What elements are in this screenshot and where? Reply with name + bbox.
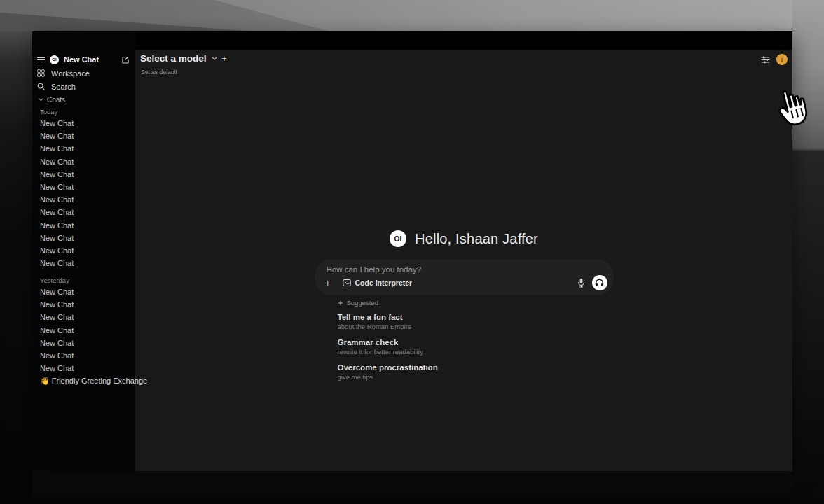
chat-list-item[interactable]: New Chat [32, 244, 135, 257]
chat-list-item[interactable]: New Chat [32, 206, 135, 218]
suggestions-header: Suggested [338, 299, 614, 307]
model-selector-label: Select a model [140, 53, 207, 64]
greeting-text: Hello, Ishaan Jaffer [415, 231, 538, 247]
sidebar: OI New Chat Workspace [32, 31, 135, 471]
suggestion-title: Grammar check [338, 338, 614, 346]
chat-list-item[interactable]: New Chat [32, 181, 135, 193]
chat-group-label-yesterday: Yesterday [40, 276, 69, 284]
chat-list-item[interactable]: New Chat [32, 257, 135, 270]
chat-list-item[interactable]: New Chat [32, 286, 135, 298]
message-composer: How can I help you today? + Code Interpr… [315, 259, 614, 295]
model-selector[interactable]: Select a model + [140, 53, 227, 64]
search-label: Search [51, 83, 76, 91]
suggestion-title: Overcome procrastination [338, 363, 614, 372]
window-title: New Chat [64, 55, 117, 64]
chat-list-item[interactable]: New Chat [32, 168, 135, 181]
chat-list-item[interactable]: New Chat [32, 362, 135, 374]
menu-icon[interactable] [37, 57, 45, 63]
chat-list-item[interactable]: New Chat [32, 117, 135, 130]
sparkle-icon [338, 300, 343, 306]
settings-sliders-icon[interactable] [761, 55, 770, 64]
chat-list-today: New ChatNew ChatNew ChatNew ChatNew Chat… [32, 117, 135, 270]
suggestions: Suggested Tell me a fun fact about the R… [315, 299, 614, 388]
workspace-icon [37, 69, 45, 77]
chat-list-item[interactable]: New Chat [32, 130, 135, 142]
workspace-label: Workspace [51, 69, 90, 78]
chat-list-item[interactable]: New Chat [32, 219, 135, 232]
chat-list-yesterday: New ChatNew ChatNew ChatNew ChatNew Chat… [32, 286, 135, 374]
desktop-background-right [792, 0, 824, 504]
main-content: OI Hello, Ishaan Jaffer How can I help y… [135, 230, 792, 388]
suggestions-label: Suggested [347, 299, 378, 307]
chats-section-toggle[interactable]: Chats [39, 96, 65, 104]
new-chat-icon[interactable] [122, 56, 130, 64]
screen: OI New Chat Workspace [0, 0, 824, 504]
topbar-right: I [761, 54, 788, 65]
chat-list-item-named[interactable]: 👋 Friendly Greeting Exchange [32, 374, 135, 387]
code-interpreter-icon [343, 279, 351, 287]
headphones-icon [595, 279, 604, 287]
suggestion-item[interactable]: Grammar check rewrite it for better read… [338, 338, 614, 356]
chat-list-item[interactable]: New Chat [32, 155, 135, 168]
add-model-button[interactable]: + [222, 54, 227, 64]
user-avatar[interactable]: I [776, 54, 788, 65]
chat-list-item[interactable]: New Chat [32, 324, 135, 337]
attach-button[interactable]: + [322, 277, 334, 288]
suggestion-subtitle: about the Roman Empire [338, 323, 614, 330]
app-logo-icon: OI [390, 230, 406, 247]
sidebar-nav-search[interactable]: Search [37, 80, 130, 93]
chat-list-item[interactable]: New Chat [32, 298, 135, 311]
chat-list-item[interactable]: New Chat [32, 232, 135, 244]
search-icon [37, 83, 45, 90]
chats-section-label: Chats [47, 96, 65, 104]
app-logo-icon: OI [50, 55, 59, 64]
microphone-icon[interactable] [577, 278, 585, 288]
composer-toolbar: + Code Interpreter [322, 274, 607, 291]
desktop-background-left [0, 31, 32, 504]
chevron-down-icon [39, 98, 43, 102]
sidebar-header: OI New Chat [37, 53, 130, 66]
chat-list-item[interactable]: New Chat [32, 142, 135, 155]
code-interpreter-toggle[interactable]: Code Interpreter [343, 279, 413, 287]
suggestion-list: Tell me a fun fact about the Roman Empir… [338, 313, 614, 381]
sidebar-nav-workspace[interactable]: Workspace [37, 66, 130, 80]
chat-list-item[interactable]: New Chat [32, 193, 135, 206]
chat-list-item[interactable]: New Chat [32, 337, 135, 349]
set-as-default-link[interactable]: Set as default [141, 69, 177, 76]
greeting: OI Hello, Ishaan Jaffer [390, 230, 538, 247]
suggestion-subtitle: give me tips [338, 373, 614, 381]
chat-group-label-today: Today [40, 108, 57, 115]
suggestion-item[interactable]: Overcome procrastination give me tips [338, 363, 614, 381]
suggestion-subtitle: rewrite it for better readability [338, 348, 614, 356]
message-input[interactable]: How can I help you today? [327, 265, 602, 274]
window-top-strip [32, 31, 792, 50]
chat-list-item[interactable]: New Chat [32, 311, 135, 323]
suggestion-item[interactable]: Tell me a fun fact about the Roman Empir… [338, 313, 614, 330]
desktop-background-bottom [32, 471, 792, 504]
chat-list-item[interactable]: New Chat [32, 349, 135, 362]
chevron-down-icon [212, 57, 217, 60]
code-interpreter-label: Code Interpreter [355, 279, 413, 287]
voice-call-button[interactable] [592, 275, 607, 290]
suggestion-title: Tell me a fun fact [338, 313, 614, 321]
app-window: OI New Chat Workspace [32, 31, 792, 471]
